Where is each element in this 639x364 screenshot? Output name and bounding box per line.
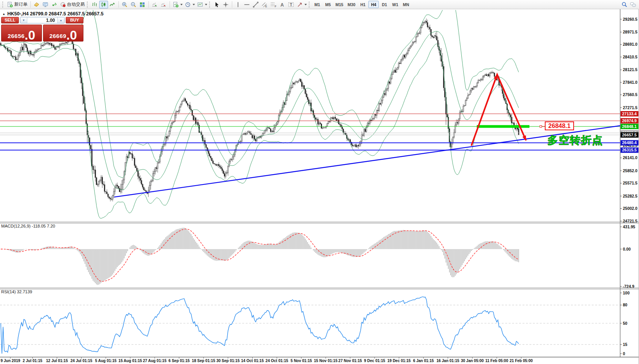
arrows-icon bbox=[297, 2, 303, 8]
buy-price: 26669 bbox=[49, 33, 66, 39]
time-axis-label[interactable]: 11 Feb 05:00 bbox=[485, 359, 508, 363]
time-axis-label[interactable]: 16 Jan 01:15 bbox=[436, 359, 459, 363]
tile-windows-button[interactable] bbox=[138, 1, 147, 8]
timeframe-m30-button[interactable]: M30 bbox=[346, 1, 357, 8]
time-axis-label[interactable]: 5 Nov 01:15 bbox=[291, 359, 312, 363]
periods-button[interactable] bbox=[184, 1, 196, 8]
signals-button[interactable] bbox=[50, 1, 59, 8]
callout-price-text: 26848.1 bbox=[548, 123, 571, 129]
zoom-in-button[interactable] bbox=[120, 1, 129, 8]
bar-chart-icon bbox=[92, 2, 98, 8]
vertical-line-button[interactable] bbox=[234, 1, 243, 8]
new-order-button[interactable]: 新订单 bbox=[6, 1, 29, 8]
price-tag-26315.5: 26315.5 bbox=[622, 148, 637, 152]
time-axis-label[interactable]: 6 Sep 01:15 bbox=[168, 359, 190, 363]
chat-button[interactable] bbox=[629, 1, 637, 8]
zoom-out-icon bbox=[130, 2, 136, 8]
new-order-icon bbox=[7, 2, 13, 8]
volume-decrease-button[interactable]: ▼ bbox=[20, 17, 27, 23]
time-axis-label[interactable]: 9 Jun 2019 bbox=[0, 359, 20, 363]
templates-button[interactable] bbox=[196, 1, 208, 8]
collapse-panel-icon[interactable]: ▲ bbox=[2, 12, 5, 16]
timeframe-d1-button[interactable]: D1 bbox=[379, 1, 389, 8]
text-label-button[interactable]: T bbox=[287, 1, 296, 8]
time-axis-label[interactable]: 9 Dec 01:15 bbox=[364, 359, 385, 363]
monitor-icon bbox=[42, 2, 48, 8]
timeframe-m1-button[interactable]: M1 bbox=[312, 1, 323, 8]
support-highlight-bar[interactable] bbox=[477, 125, 529, 128]
volume-input[interactable] bbox=[27, 17, 57, 23]
fibonacci-button[interactable]: F bbox=[269, 1, 278, 8]
market-watch-button[interactable] bbox=[41, 1, 50, 8]
chart-title: ▲ HK50-,H4 26799.0 26847.5 26657.5 26657… bbox=[2, 11, 103, 17]
time-axis-label[interactable]: 30 Sep 01:15 bbox=[216, 359, 240, 363]
crosshair-icon bbox=[223, 2, 229, 8]
line-chart-button[interactable] bbox=[108, 1, 117, 8]
toolbar-grip[interactable] bbox=[2, 2, 4, 8]
timeframe-mn-button[interactable]: MN bbox=[401, 1, 411, 8]
toolbar-grip[interactable] bbox=[209, 2, 211, 8]
time-axis-label[interactable]: 5 Aug 01:15 bbox=[95, 359, 116, 363]
time-axis-label[interactable]: 15 Aug 01:15 bbox=[118, 359, 142, 363]
rsi-tick-label: 80 bbox=[623, 303, 627, 307]
equidistant-channel-button[interactable]: E bbox=[260, 1, 269, 8]
price-callout[interactable]: 26848.1 bbox=[540, 122, 574, 130]
indicators-button[interactable] bbox=[171, 1, 184, 8]
timeframe-w1-button[interactable]: W1 bbox=[390, 1, 400, 8]
price-tick-label: 26141.0 bbox=[623, 155, 637, 160]
signal-icon bbox=[51, 2, 57, 8]
time-axis-label[interactable]: 27 Nov 01:15 bbox=[338, 359, 362, 363]
channel-icon: E bbox=[261, 2, 268, 8]
chart-shift-button[interactable] bbox=[159, 1, 168, 8]
time-axis-label[interactable]: 24 Oct 01:15 bbox=[266, 359, 288, 363]
toolbar-grip[interactable] bbox=[309, 2, 311, 8]
cursor-button[interactable] bbox=[213, 1, 221, 8]
timeframe-h1-button[interactable]: H1 bbox=[358, 1, 368, 8]
price-tick-label: 29260.5 bbox=[623, 17, 637, 22]
main-toolbar: 新订单 自动交易 bbox=[0, 0, 639, 9]
bar-chart-button[interactable] bbox=[90, 1, 99, 8]
time-axis-label[interactable]: 21 Feb 05:00 bbox=[510, 359, 533, 363]
candlestick-chart-button[interactable] bbox=[99, 1, 108, 8]
macd-indicator-label: MACD(12,26,9) -118.05 7.20 bbox=[1, 224, 55, 228]
time-axis-label[interactable]: 24 Jul 01:15 bbox=[70, 359, 92, 363]
buy-price-button[interactable]: 26669.0 bbox=[43, 25, 84, 42]
time-axis-label[interactable]: 27 Aug 01:15 bbox=[143, 359, 167, 363]
trendline-icon bbox=[253, 2, 259, 8]
volume-increase-button[interactable]: ▲ bbox=[57, 17, 64, 23]
horizontal-line-icon bbox=[244, 2, 250, 8]
horizontal-line-button[interactable] bbox=[243, 1, 251, 8]
sell-price-button[interactable]: 26656.0 bbox=[1, 25, 42, 42]
auto-scroll-button[interactable] bbox=[150, 1, 159, 8]
text-button[interactable]: A bbox=[278, 1, 287, 8]
time-axis-label[interactable]: 14 Oct 01:15 bbox=[241, 359, 264, 363]
sell-button[interactable]: SELL bbox=[1, 17, 19, 23]
cursor-icon bbox=[214, 2, 220, 8]
search-button[interactable] bbox=[620, 1, 629, 8]
quotes-button[interactable] bbox=[32, 1, 41, 8]
price-tick-label: 25852.0 bbox=[623, 168, 637, 173]
svg-text:T: T bbox=[290, 2, 293, 7]
time-axis-label[interactable]: 30 Jan 05:00 bbox=[461, 359, 484, 363]
timeframe-h4-button[interactable]: H4 bbox=[368, 1, 379, 8]
line-chart-icon bbox=[109, 2, 115, 8]
templates-icon bbox=[197, 2, 203, 8]
time-axis-label[interactable]: 2 Jul 01:15 bbox=[23, 359, 43, 363]
buy-button[interactable]: BUY bbox=[66, 17, 83, 23]
timeframe-m15-button[interactable]: M15 bbox=[334, 1, 345, 8]
pivot-annotation-text[interactable]: 多空转折点 bbox=[547, 135, 603, 146]
rsi-tick-label: 100 bbox=[623, 291, 630, 295]
timeframe-m5-button[interactable]: M5 bbox=[323, 1, 333, 8]
price-tick-label: 28121.5 bbox=[623, 67, 637, 72]
zoom-out-button[interactable] bbox=[129, 1, 138, 8]
crosshair-button[interactable] bbox=[221, 1, 230, 8]
time-axis-label[interactable]: 15 Nov 01:15 bbox=[314, 359, 338, 363]
toolbar-grip[interactable] bbox=[87, 2, 89, 8]
time-axis-label[interactable]: 18 Sep 01:15 bbox=[192, 359, 215, 363]
time-axis-label[interactable]: 19 Dec 01:15 bbox=[387, 359, 411, 363]
time-axis-label[interactable]: 12 Jul 01:15 bbox=[46, 359, 68, 363]
arrows-button[interactable] bbox=[296, 1, 308, 8]
time-axis-label[interactable]: 6 Jan 01:15 bbox=[413, 359, 434, 363]
auto-trading-button[interactable]: 自动交易 bbox=[59, 1, 86, 8]
trendline-button[interactable] bbox=[251, 1, 260, 8]
